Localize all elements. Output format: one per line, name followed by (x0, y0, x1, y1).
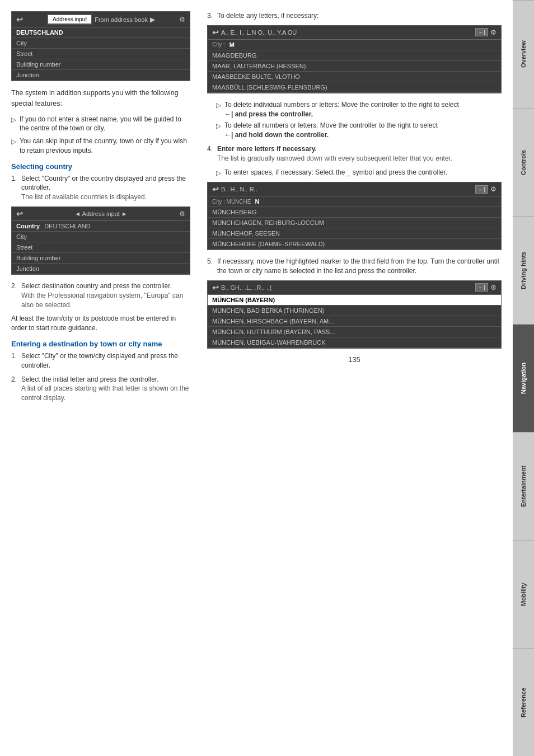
device-tabs-1: Address input From address book ▶ (23, 14, 179, 25)
bullet-arrow-3b: ▷ (216, 121, 221, 131)
list-item-5-2: MÜNCHEN, HIRSCHBACH (BAYERN, AM... (208, 316, 501, 327)
step-4-right: 4. Enter more letters if necessary. The … (207, 144, 502, 163)
list-item-4-3: MÜNCHEHOFE (DAHME-SPREEWALD) (208, 239, 501, 250)
tab-entertainment[interactable]: Entertainment (513, 432, 534, 540)
city-input-row-4: City : MÜNCHE N (208, 196, 501, 207)
right-column: 3. To delete any letters, if necessary: … (202, 11, 502, 407)
section-heading-2: Entering a destination by town or city n… (11, 340, 190, 348)
device3-keyboard: A.. E.. I.. L.N O.. U.. Y.A OÜ ←| (219, 28, 490, 36)
device-box-2: ↩ ◄ Address input ► ⚙ Country DEUTSCHLAN… (11, 206, 190, 275)
step-2a-left: 1. Select "City" or the town/city displa… (11, 351, 190, 370)
junction-row-2: Junction (12, 264, 190, 274)
city-row-1: City (12, 38, 190, 49)
step-1-left: 1. Select "Country" or the country displ… (11, 174, 190, 202)
tab-driving-hints[interactable]: Driving hints (513, 216, 534, 324)
back-button-3[interactable]: ↩ (212, 28, 219, 37)
step-3-right: 3. To delete any letters, if necessary: (207, 11, 502, 21)
list-item-4-2: MÜNCHEHOF, SEESEN (208, 228, 501, 239)
back-button-2[interactable]: ↩ (16, 209, 23, 218)
section-heading-1: Selecting country (11, 162, 190, 171)
device-header-5: ↩ B.. GH.. .L.. .R.. .,( ←| ⚙ (208, 281, 501, 295)
street-row-1: Street (12, 49, 190, 59)
tab-navigation[interactable]: Navigation (513, 324, 534, 432)
sub-bullet-3a: ▷ To delete individual numbers or letter… (216, 100, 502, 119)
list-item-5-4: MÜNCHEN, UEBIGAU-WAHRENBRÜCK (208, 337, 501, 348)
tab-mobility[interactable]: Mobility (513, 540, 534, 648)
list-item-4-0: MÜNCHEBERG (208, 207, 501, 218)
list-item-5-1: MÜNCHEN, BAD BERKA (THÜRINGEN) (208, 306, 501, 316)
back-button-1[interactable]: ↩ (16, 15, 23, 24)
step-2b-left: 2. Select the initial letter and press t… (11, 375, 190, 403)
tab-controls[interactable]: Controls (513, 108, 534, 216)
junction-row-1: Junction (12, 70, 190, 81)
back-button-4[interactable]: ↩ (212, 185, 219, 194)
device5-keyboard: B.. GH.. .L.. .R.. .,( ←| (219, 283, 490, 292)
settings-icon-5[interactable]: ⚙ (490, 284, 496, 292)
device-header-1: ↩ Address input From address book ▶ ⚙ (12, 12, 190, 27)
list-item-5-3: MÜNCHEN, HUTTHURM (BAYERN, PASS... (208, 327, 501, 337)
bullet-1: ▷ If you do not enter a street name, you… (11, 115, 190, 134)
device-box-3: ↩ A.. E.. I.. L.N O.. U.. Y.A OÜ ←| ⚙ Ci… (207, 25, 502, 93)
step-5-right: 5. If necessary, move the highlighted ma… (207, 257, 502, 276)
country-row-2: Country DEUTSCHLAND (12, 221, 190, 232)
tab-overview[interactable]: Overview (513, 0, 534, 108)
main-content: ↩ Address input From address book ▶ ⚙ DE… (0, 0, 513, 419)
note-text: At least the town/city or its postcode m… (11, 314, 190, 333)
country-display-1: DEUTSCHLAND (12, 27, 190, 38)
city-row-2: City (12, 232, 190, 242)
list-item-3-1: MAAR, LAUTERBACH (HESSEN) (208, 61, 501, 72)
building-row-1: Building number (12, 59, 190, 70)
delete-button-4[interactable]: ←| (475, 185, 488, 194)
settings-icon-4[interactable]: ⚙ (490, 185, 496, 193)
device-box-5: ↩ B.. GH.. .L.. .R.. .,( ←| ⚙ MÜNCHEN (B… (207, 280, 502, 349)
left-column: ↩ Address input From address book ▶ ⚙ DE… (11, 11, 202, 407)
tab-arrow: ▶ (150, 16, 155, 24)
street-row-2: Street (12, 242, 190, 253)
page-number: 135 (207, 355, 502, 364)
device4-keyboard: B.. H.. N.. R.. ←| (219, 185, 490, 194)
settings-icon-3[interactable]: ⚙ (490, 29, 496, 36)
tab-reference[interactable]: Reference (513, 648, 534, 756)
settings-icon-2[interactable]: ⚙ (179, 210, 185, 218)
list-item-3-0: MAAGDEBURG (208, 50, 501, 61)
delete-button-3[interactable]: ←| (475, 28, 488, 36)
bullet-2: ▷ You can skip input of the country, tow… (11, 137, 190, 156)
delete-button-5[interactable]: ←| (475, 283, 488, 292)
bullet-arrow-2: ▷ (11, 137, 16, 147)
side-tab-strip: Overview Controls Driving hints Navigati… (513, 0, 534, 756)
list-item-3-3: MAASBÜLL (SCHLESWIG-FLENSBURG) (208, 82, 501, 93)
device-header-2: ↩ ◄ Address input ► ⚙ (12, 207, 190, 221)
tab-separator: From address book (95, 16, 148, 23)
device-header-3: ↩ A.. E.. I.. L.N O.. U.. Y.A OÜ ←| ⚙ (208, 26, 501, 40)
step-2-left: 2. Select destination country and press … (11, 281, 190, 309)
sub-bullet-3b: ▷ To delete all numbers or letters: Move… (216, 121, 502, 140)
back-button-5[interactable]: ↩ (212, 283, 219, 292)
address-input-tab[interactable]: Address input (47, 14, 92, 25)
device-box-4: ↩ B.. H.. N.. R.. ←| ⚙ City : MÜNCHE N M… (207, 182, 502, 250)
city-input-row-3: City : M (208, 40, 501, 50)
list-item-5-0[interactable]: MÜNCHEN (BAYERN) (208, 295, 501, 306)
device-header-4: ↩ B.. H.. N.. R.. ←| ⚙ (208, 182, 501, 196)
list-item-4-1: MÜNCHEHAGEN, REHBURG-LOCCUM (208, 218, 501, 228)
intro-text: The system in addition supports you with… (11, 88, 190, 109)
settings-icon-1[interactable]: ⚙ (179, 16, 185, 24)
device-box-1: ↩ Address input From address book ▶ ⚙ DE… (11, 11, 190, 81)
bullet-arrow-1: ▷ (11, 115, 16, 125)
list-item-3-2: MAASBEEKE BÜLTE, VLOTHO (208, 72, 501, 82)
sub-bullet-4: ▷ To enter spaces, if necessary: Select … (216, 168, 502, 178)
building-row-2: Building number (12, 253, 190, 264)
device2-nav: ◄ Address input ► (23, 210, 179, 217)
bullet-arrow-3a: ▷ (216, 101, 221, 110)
bullet-arrow-4: ▷ (216, 168, 221, 178)
